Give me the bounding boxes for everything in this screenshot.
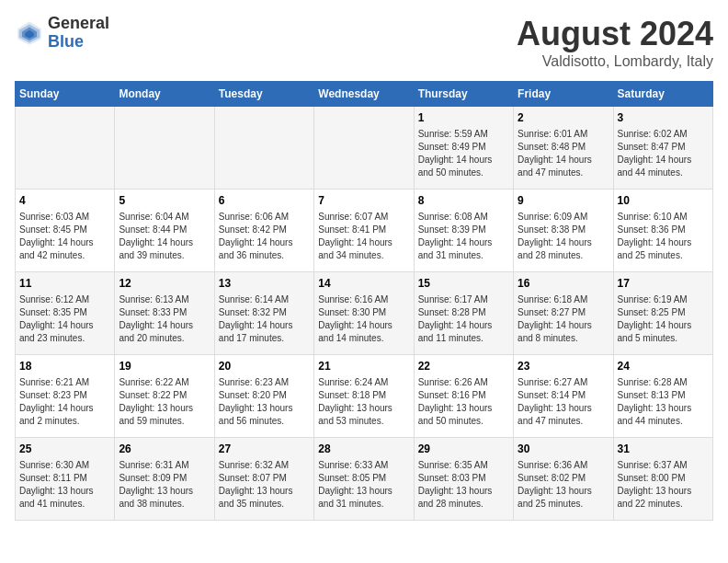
calendar-cell	[115, 107, 214, 190]
day-number: 10	[618, 193, 709, 209]
day-content: Sunrise: 6:23 AM Sunset: 8:20 PM Dayligh…	[219, 376, 310, 428]
calendar-cell: 20Sunrise: 6:23 AM Sunset: 8:20 PM Dayli…	[214, 355, 313, 438]
calendar-cell: 17Sunrise: 6:19 AM Sunset: 8:25 PM Dayli…	[613, 272, 712, 355]
main-title: August 2024	[517, 15, 713, 53]
day-number: 1	[418, 110, 509, 126]
calendar-cell: 16Sunrise: 6:18 AM Sunset: 8:27 PM Dayli…	[514, 272, 613, 355]
calendar-cell: 23Sunrise: 6:27 AM Sunset: 8:14 PM Dayli…	[514, 355, 613, 438]
calendar-body: 1Sunrise: 5:59 AM Sunset: 8:49 PM Daylig…	[16, 107, 713, 521]
day-content: Sunrise: 6:36 AM Sunset: 8:02 PM Dayligh…	[518, 459, 609, 511]
day-content: Sunrise: 6:08 AM Sunset: 8:39 PM Dayligh…	[418, 211, 509, 262]
calendar-cell: 29Sunrise: 6:35 AM Sunset: 8:03 PM Dayli…	[414, 438, 513, 521]
calendar-cell: 22Sunrise: 6:26 AM Sunset: 8:16 PM Dayli…	[414, 355, 513, 438]
day-content: Sunrise: 6:09 AM Sunset: 8:38 PM Dayligh…	[518, 211, 609, 262]
day-number: 8	[418, 193, 509, 209]
day-content: Sunrise: 6:14 AM Sunset: 8:32 PM Dayligh…	[219, 293, 310, 345]
day-number: 26	[119, 442, 210, 457]
week-row-1: 1Sunrise: 5:59 AM Sunset: 8:49 PM Daylig…	[16, 107, 713, 190]
calendar-cell: 24Sunrise: 6:28 AM Sunset: 8:13 PM Dayli…	[613, 355, 712, 438]
day-content: Sunrise: 6:28 AM Sunset: 8:13 PM Dayligh…	[618, 376, 709, 428]
day-content: Sunrise: 6:27 AM Sunset: 8:14 PM Dayligh…	[518, 376, 609, 428]
week-row-2: 4Sunrise: 6:03 AM Sunset: 8:45 PM Daylig…	[16, 190, 713, 272]
day-number: 19	[119, 359, 210, 374]
day-content: Sunrise: 6:03 AM Sunset: 8:45 PM Dayligh…	[19, 211, 110, 262]
day-number: 30	[518, 442, 609, 457]
calendar-cell: 19Sunrise: 6:22 AM Sunset: 8:22 PM Dayli…	[115, 355, 214, 438]
day-number: 22	[418, 359, 509, 374]
header-cell-tuesday: Tuesday	[214, 82, 313, 107]
day-content: Sunrise: 6:35 AM Sunset: 8:03 PM Dayligh…	[418, 459, 509, 511]
calendar-cell: 12Sunrise: 6:13 AM Sunset: 8:33 PM Dayli…	[115, 272, 214, 355]
day-content: Sunrise: 6:04 AM Sunset: 8:44 PM Dayligh…	[119, 211, 210, 262]
day-content: Sunrise: 6:13 AM Sunset: 8:33 PM Dayligh…	[119, 293, 210, 345]
day-number: 25	[19, 442, 110, 457]
calendar-cell: 18Sunrise: 6:21 AM Sunset: 8:23 PM Dayli…	[16, 355, 115, 438]
day-number: 16	[518, 276, 609, 292]
day-content: Sunrise: 6:12 AM Sunset: 8:35 PM Dayligh…	[19, 293, 110, 345]
day-number: 15	[418, 276, 509, 292]
day-content: Sunrise: 6:01 AM Sunset: 8:48 PM Dayligh…	[518, 128, 609, 179]
day-content: Sunrise: 6:18 AM Sunset: 8:27 PM Dayligh…	[518, 293, 609, 345]
day-number: 23	[518, 359, 609, 374]
day-content: Sunrise: 6:24 AM Sunset: 8:18 PM Dayligh…	[318, 376, 409, 428]
header-cell-friday: Friday	[514, 82, 613, 107]
calendar-cell: 3Sunrise: 6:02 AM Sunset: 8:47 PM Daylig…	[613, 107, 712, 190]
day-number: 21	[318, 359, 409, 374]
calendar-cell: 7Sunrise: 6:07 AM Sunset: 8:41 PM Daylig…	[314, 190, 414, 272]
day-number: 29	[418, 442, 509, 457]
day-content: Sunrise: 6:33 AM Sunset: 8:05 PM Dayligh…	[318, 459, 409, 511]
day-content: Sunrise: 6:31 AM Sunset: 8:09 PM Dayligh…	[119, 459, 210, 511]
title-area: August 2024 Valdisotto, Lombardy, Italy	[517, 15, 713, 70]
day-content: Sunrise: 6:16 AM Sunset: 8:30 PM Dayligh…	[318, 293, 409, 345]
header-cell-sunday: Sunday	[16, 82, 115, 107]
day-number: 3	[618, 110, 709, 126]
day-content: Sunrise: 6:22 AM Sunset: 8:22 PM Dayligh…	[119, 376, 210, 428]
day-number: 31	[618, 442, 709, 457]
day-content: Sunrise: 6:07 AM Sunset: 8:41 PM Dayligh…	[318, 211, 409, 262]
day-number: 27	[219, 442, 310, 457]
day-number: 4	[19, 193, 110, 209]
calendar-cell: 8Sunrise: 6:08 AM Sunset: 8:39 PM Daylig…	[414, 190, 513, 272]
calendar-cell: 10Sunrise: 6:10 AM Sunset: 8:36 PM Dayli…	[613, 190, 712, 272]
day-number: 9	[518, 193, 609, 209]
calendar-cell: 25Sunrise: 6:30 AM Sunset: 8:11 PM Dayli…	[16, 438, 115, 521]
day-number: 28	[318, 442, 409, 457]
day-number: 5	[119, 193, 210, 209]
header: General Blue August 2024 Valdisotto, Lom…	[15, 15, 713, 70]
day-content: Sunrise: 6:30 AM Sunset: 8:11 PM Dayligh…	[19, 459, 110, 511]
day-content: Sunrise: 6:19 AM Sunset: 8:25 PM Dayligh…	[618, 293, 709, 345]
calendar-cell: 26Sunrise: 6:31 AM Sunset: 8:09 PM Dayli…	[115, 438, 214, 521]
calendar-cell: 14Sunrise: 6:16 AM Sunset: 8:30 PM Dayli…	[314, 272, 414, 355]
day-content: Sunrise: 6:37 AM Sunset: 8:00 PM Dayligh…	[618, 459, 709, 511]
calendar-cell	[214, 107, 313, 190]
calendar-cell: 11Sunrise: 6:12 AM Sunset: 8:35 PM Dayli…	[16, 272, 115, 355]
day-number: 20	[219, 359, 310, 374]
day-content: Sunrise: 6:21 AM Sunset: 8:23 PM Dayligh…	[19, 376, 110, 428]
logo-text: General Blue	[48, 15, 109, 52]
day-content: Sunrise: 6:10 AM Sunset: 8:36 PM Dayligh…	[618, 211, 709, 262]
calendar-cell: 27Sunrise: 6:32 AM Sunset: 8:07 PM Dayli…	[214, 438, 313, 521]
header-row: SundayMondayTuesdayWednesdayThursdayFrid…	[16, 82, 713, 107]
calendar-cell: 15Sunrise: 6:17 AM Sunset: 8:28 PM Dayli…	[414, 272, 513, 355]
calendar-cell: 13Sunrise: 6:14 AM Sunset: 8:32 PM Dayli…	[214, 272, 313, 355]
day-content: Sunrise: 6:02 AM Sunset: 8:47 PM Dayligh…	[618, 128, 709, 179]
day-content: Sunrise: 5:59 AM Sunset: 8:49 PM Dayligh…	[418, 128, 509, 179]
calendar-cell: 30Sunrise: 6:36 AM Sunset: 8:02 PM Dayli…	[514, 438, 613, 521]
week-row-4: 18Sunrise: 6:21 AM Sunset: 8:23 PM Dayli…	[16, 355, 713, 438]
header-cell-monday: Monday	[115, 82, 214, 107]
calendar-cell: 1Sunrise: 5:59 AM Sunset: 8:49 PM Daylig…	[414, 107, 513, 190]
header-cell-thursday: Thursday	[414, 82, 513, 107]
day-number: 11	[19, 276, 110, 292]
calendar-cell	[16, 107, 115, 190]
day-number: 24	[618, 359, 709, 374]
logo-icon	[15, 18, 44, 48]
calendar-cell	[314, 107, 414, 190]
logo-blue: Blue	[48, 33, 109, 52]
calendar-cell: 2Sunrise: 6:01 AM Sunset: 8:48 PM Daylig…	[514, 107, 613, 190]
day-number: 2	[518, 110, 609, 126]
calendar-cell: 6Sunrise: 6:06 AM Sunset: 8:42 PM Daylig…	[214, 190, 313, 272]
logo-general: General	[48, 15, 109, 33]
calendar-cell: 9Sunrise: 6:09 AM Sunset: 8:38 PM Daylig…	[514, 190, 613, 272]
week-row-3: 11Sunrise: 6:12 AM Sunset: 8:35 PM Dayli…	[16, 272, 713, 355]
week-row-5: 25Sunrise: 6:30 AM Sunset: 8:11 PM Dayli…	[16, 438, 713, 521]
